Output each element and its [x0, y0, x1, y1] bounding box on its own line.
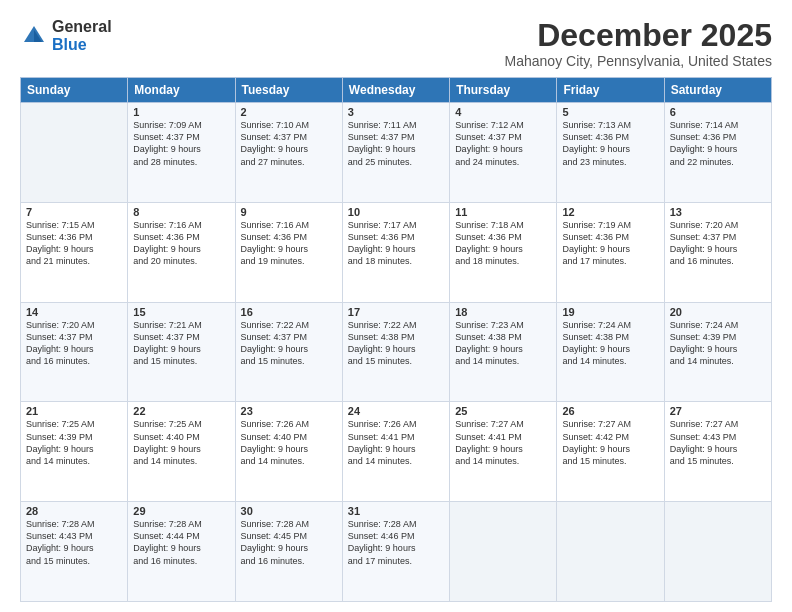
day-info: Sunrise: 7:22 AM Sunset: 4:38 PM Dayligh… [348, 319, 444, 368]
day-info: Sunrise: 7:13 AM Sunset: 4:36 PM Dayligh… [562, 119, 658, 168]
day-info: Sunrise: 7:24 AM Sunset: 4:39 PM Dayligh… [670, 319, 766, 368]
col-monday: Monday [128, 78, 235, 103]
table-row [21, 103, 128, 203]
day-number: 25 [455, 405, 551, 417]
table-row: 3Sunrise: 7:11 AM Sunset: 4:37 PM Daylig… [342, 103, 449, 203]
day-info: Sunrise: 7:23 AM Sunset: 4:38 PM Dayligh… [455, 319, 551, 368]
table-row: 13Sunrise: 7:20 AM Sunset: 4:37 PM Dayli… [664, 202, 771, 302]
table-row: 2Sunrise: 7:10 AM Sunset: 4:37 PM Daylig… [235, 103, 342, 203]
logo-general-text: General [52, 18, 112, 36]
logo-text: General Blue [52, 18, 112, 53]
day-number: 1 [133, 106, 229, 118]
day-info: Sunrise: 7:20 AM Sunset: 4:37 PM Dayligh… [670, 219, 766, 268]
day-info: Sunrise: 7:16 AM Sunset: 4:36 PM Dayligh… [241, 219, 337, 268]
day-number: 22 [133, 405, 229, 417]
day-number: 2 [241, 106, 337, 118]
calendar-table: Sunday Monday Tuesday Wednesday Thursday… [20, 77, 772, 602]
calendar-week-row: 14Sunrise: 7:20 AM Sunset: 4:37 PM Dayli… [21, 302, 772, 402]
day-number: 24 [348, 405, 444, 417]
day-number: 27 [670, 405, 766, 417]
day-number: 9 [241, 206, 337, 218]
day-number: 29 [133, 505, 229, 517]
day-info: Sunrise: 7:15 AM Sunset: 4:36 PM Dayligh… [26, 219, 122, 268]
day-info: Sunrise: 7:18 AM Sunset: 4:36 PM Dayligh… [455, 219, 551, 268]
day-info: Sunrise: 7:14 AM Sunset: 4:36 PM Dayligh… [670, 119, 766, 168]
day-number: 21 [26, 405, 122, 417]
table-row: 14Sunrise: 7:20 AM Sunset: 4:37 PM Dayli… [21, 302, 128, 402]
calendar-header-row: Sunday Monday Tuesday Wednesday Thursday… [21, 78, 772, 103]
day-info: Sunrise: 7:22 AM Sunset: 4:37 PM Dayligh… [241, 319, 337, 368]
day-number: 26 [562, 405, 658, 417]
table-row: 25Sunrise: 7:27 AM Sunset: 4:41 PM Dayli… [450, 402, 557, 502]
main-title: December 2025 [505, 18, 772, 53]
table-row [664, 502, 771, 602]
day-info: Sunrise: 7:24 AM Sunset: 4:38 PM Dayligh… [562, 319, 658, 368]
day-number: 19 [562, 306, 658, 318]
table-row: 19Sunrise: 7:24 AM Sunset: 4:38 PM Dayli… [557, 302, 664, 402]
day-info: Sunrise: 7:21 AM Sunset: 4:37 PM Dayligh… [133, 319, 229, 368]
day-info: Sunrise: 7:26 AM Sunset: 4:41 PM Dayligh… [348, 418, 444, 467]
table-row [557, 502, 664, 602]
col-thursday: Thursday [450, 78, 557, 103]
day-number: 13 [670, 206, 766, 218]
day-info: Sunrise: 7:28 AM Sunset: 4:43 PM Dayligh… [26, 518, 122, 567]
table-row: 6Sunrise: 7:14 AM Sunset: 4:36 PM Daylig… [664, 103, 771, 203]
day-info: Sunrise: 7:25 AM Sunset: 4:40 PM Dayligh… [133, 418, 229, 467]
day-number: 31 [348, 505, 444, 517]
table-row: 21Sunrise: 7:25 AM Sunset: 4:39 PM Dayli… [21, 402, 128, 502]
col-wednesday: Wednesday [342, 78, 449, 103]
day-info: Sunrise: 7:20 AM Sunset: 4:37 PM Dayligh… [26, 319, 122, 368]
day-info: Sunrise: 7:09 AM Sunset: 4:37 PM Dayligh… [133, 119, 229, 168]
col-saturday: Saturday [664, 78, 771, 103]
table-row: 24Sunrise: 7:26 AM Sunset: 4:41 PM Dayli… [342, 402, 449, 502]
logo: General Blue [20, 18, 112, 53]
day-number: 20 [670, 306, 766, 318]
day-number: 8 [133, 206, 229, 218]
table-row: 12Sunrise: 7:19 AM Sunset: 4:36 PM Dayli… [557, 202, 664, 302]
day-number: 14 [26, 306, 122, 318]
table-row: 9Sunrise: 7:16 AM Sunset: 4:36 PM Daylig… [235, 202, 342, 302]
day-number: 3 [348, 106, 444, 118]
table-row: 10Sunrise: 7:17 AM Sunset: 4:36 PM Dayli… [342, 202, 449, 302]
day-info: Sunrise: 7:12 AM Sunset: 4:37 PM Dayligh… [455, 119, 551, 168]
day-number: 7 [26, 206, 122, 218]
table-row: 4Sunrise: 7:12 AM Sunset: 4:37 PM Daylig… [450, 103, 557, 203]
day-info: Sunrise: 7:27 AM Sunset: 4:42 PM Dayligh… [562, 418, 658, 467]
day-info: Sunrise: 7:11 AM Sunset: 4:37 PM Dayligh… [348, 119, 444, 168]
day-number: 12 [562, 206, 658, 218]
day-info: Sunrise: 7:28 AM Sunset: 4:44 PM Dayligh… [133, 518, 229, 567]
table-row: 18Sunrise: 7:23 AM Sunset: 4:38 PM Dayli… [450, 302, 557, 402]
day-number: 15 [133, 306, 229, 318]
day-info: Sunrise: 7:10 AM Sunset: 4:37 PM Dayligh… [241, 119, 337, 168]
table-row: 27Sunrise: 7:27 AM Sunset: 4:43 PM Dayli… [664, 402, 771, 502]
table-row: 17Sunrise: 7:22 AM Sunset: 4:38 PM Dayli… [342, 302, 449, 402]
day-info: Sunrise: 7:25 AM Sunset: 4:39 PM Dayligh… [26, 418, 122, 467]
subtitle: Mahanoy City, Pennsylvania, United State… [505, 53, 772, 69]
table-row: 5Sunrise: 7:13 AM Sunset: 4:36 PM Daylig… [557, 103, 664, 203]
page: General Blue December 2025 Mahanoy City,… [0, 0, 792, 612]
table-row: 20Sunrise: 7:24 AM Sunset: 4:39 PM Dayli… [664, 302, 771, 402]
day-info: Sunrise: 7:27 AM Sunset: 4:41 PM Dayligh… [455, 418, 551, 467]
day-info: Sunrise: 7:16 AM Sunset: 4:36 PM Dayligh… [133, 219, 229, 268]
table-row: 16Sunrise: 7:22 AM Sunset: 4:37 PM Dayli… [235, 302, 342, 402]
header: General Blue December 2025 Mahanoy City,… [20, 18, 772, 69]
day-number: 10 [348, 206, 444, 218]
col-friday: Friday [557, 78, 664, 103]
day-number: 23 [241, 405, 337, 417]
table-row: 1Sunrise: 7:09 AM Sunset: 4:37 PM Daylig… [128, 103, 235, 203]
day-info: Sunrise: 7:17 AM Sunset: 4:36 PM Dayligh… [348, 219, 444, 268]
table-row: 22Sunrise: 7:25 AM Sunset: 4:40 PM Dayli… [128, 402, 235, 502]
day-number: 5 [562, 106, 658, 118]
day-number: 6 [670, 106, 766, 118]
calendar-week-row: 1Sunrise: 7:09 AM Sunset: 4:37 PM Daylig… [21, 103, 772, 203]
day-number: 4 [455, 106, 551, 118]
day-info: Sunrise: 7:28 AM Sunset: 4:46 PM Dayligh… [348, 518, 444, 567]
logo-icon [20, 22, 48, 50]
day-number: 18 [455, 306, 551, 318]
calendar-week-row: 28Sunrise: 7:28 AM Sunset: 4:43 PM Dayli… [21, 502, 772, 602]
table-row: 15Sunrise: 7:21 AM Sunset: 4:37 PM Dayli… [128, 302, 235, 402]
col-sunday: Sunday [21, 78, 128, 103]
col-tuesday: Tuesday [235, 78, 342, 103]
day-info: Sunrise: 7:26 AM Sunset: 4:40 PM Dayligh… [241, 418, 337, 467]
day-info: Sunrise: 7:27 AM Sunset: 4:43 PM Dayligh… [670, 418, 766, 467]
